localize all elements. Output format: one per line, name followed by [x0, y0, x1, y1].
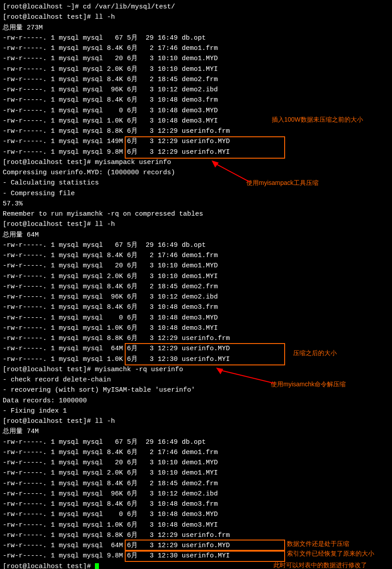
listing3-row-5: -rw-r-----. 1 mysql mysql 96K 6月 3 10:12…: [3, 489, 389, 499]
listing1-row-9: -rw-r-----. 1 mysql mysql 8.8K 6月 3 12:2…: [3, 126, 389, 136]
listing2-row-0: -rw-r-----. 1 mysql mysql 67 5月 29 16:49…: [3, 240, 389, 250]
listing3-row-8: -rw-r-----. 1 mysql mysql 1.0K 6月 3 10:4…: [3, 520, 389, 530]
listing2-row-9: -rw-r-----. 1 mysql mysql 8.8K 6月 3 12:2…: [3, 333, 389, 344]
listing1-row-3: -rw-r-----. 1 mysql mysql 2.0K 6月 3 10:1…: [3, 64, 389, 74]
cmd-cd: [root@localhost ~]# cd /var/lib/mysql/te…: [3, 2, 389, 12]
listing3-row-2: -rw-r-----. 1 mysql mysql 20 6月 3 10:10 …: [3, 458, 389, 468]
pack-output-3: 57.3%: [3, 199, 389, 209]
pack-output-2: - Compressing file: [3, 188, 389, 199]
annotation-after-size: 压缩之后的大小: [293, 348, 337, 358]
annotation-can-modify: 此时可以对表中的数据进行修改了: [274, 561, 367, 569]
pack-output-0: Compressing userinfo.MYD: (1000000 recor…: [3, 168, 389, 178]
listing2-row-4: -rw-r-----. 1 mysql mysql 8.4K 6月 2 18:4…: [3, 282, 389, 292]
annotation-data-still-compressed: 数据文件还是处于压缩: [287, 539, 349, 549]
pack-output-1: - Calculating statistics: [3, 178, 389, 188]
cmd-myisampack: [root@localhost test]# myisampack userin…: [3, 157, 389, 168]
total-line-1: 总用量 273M: [3, 23, 389, 33]
listing1-row-2: -rw-r-----. 1 mysql mysql 20 6月 3 10:10 …: [3, 53, 389, 64]
annotation-before-size: 插入100W数据未压缩之前的大小: [272, 115, 363, 125]
listing2-row-8: -rw-r-----. 1 mysql mysql 1.0K 6月 3 10:4…: [3, 323, 389, 333]
listing1-row-5: -rw-r-----. 1 mysql mysql 96K 6月 3 10:12…: [3, 85, 389, 95]
listing1-row-7: -rw-r-----. 1 mysql mysql 0 6月 3 10:48 d…: [3, 106, 389, 116]
total-line-3: 总用量 74M: [3, 426, 389, 437]
cmd-ll-1: [root@localhost test]# ll -h: [3, 12, 389, 22]
listing3-row-1: -rw-r-----. 1 mysql mysql 8.4K 6月 2 17:4…: [3, 447, 389, 458]
listing1-row-4: -rw-r-----. 1 mysql mysql 8.4K 6月 2 18:4…: [3, 74, 389, 85]
listing3-row-7: -rw-r-----. 1 mysql mysql 0 6月 3 10:48 d…: [3, 509, 389, 520]
cmd-ll-2: [root@localhost test]# ll -h: [3, 219, 389, 229]
chk-output-2: Data records: 1000000: [3, 396, 389, 406]
listing2-row-5: -rw-r-----. 1 mysql mysql 96K 6月 3 10:12…: [3, 292, 389, 302]
pack-output-4: Remember to run myisamchk -rq on compres…: [3, 209, 389, 219]
listing1-row-0: -rw-r-----. 1 mysql mysql 67 5月 29 16:49…: [3, 33, 389, 43]
annotation-index-restored: 索引文件已经恢复了原来的大小: [287, 549, 374, 559]
cmd-myisamchk: [root@localhost test]# myisamchk -rq use…: [3, 364, 389, 375]
cursor: [95, 563, 99, 569]
listing1-row-6: -rw-r-----. 1 mysql mysql 8.4K 6月 3 10:4…: [3, 95, 389, 105]
listing2-row-1: -rw-r-----. 1 mysql mysql 8.4K 6月 2 17:4…: [3, 250, 389, 261]
listing2-row-3: -rw-r-----. 1 mysql mysql 2.0K 6月 3 10:1…: [3, 271, 389, 282]
listing3-row-0: -rw-r-----. 1 mysql mysql 67 5月 29 16:49…: [3, 437, 389, 447]
listing3-row-4: -rw-r-----. 1 mysql mysql 8.4K 6月 2 18:4…: [3, 479, 389, 489]
chk-output-3: - Fixing index 1: [3, 406, 389, 416]
listing3-row-3: -rw-r-----. 1 mysql mysql 2.0K 6月 3 10:1…: [3, 468, 389, 478]
listing1-row-1: -rw-r-----. 1 mysql mysql 8.4K 6月 2 17:4…: [3, 43, 389, 53]
listing1-row-10: -rw-r-----. 1 mysql mysql 149M 6月 3 12:2…: [3, 136, 389, 147]
listing2-row-2: -rw-r-----. 1 mysql mysql 20 6月 3 10:10 …: [3, 261, 389, 271]
terminal[interactable]: [root@localhost ~]# cd /var/lib/mysql/te…: [3, 2, 389, 569]
listing2-row-7: -rw-r-----. 1 mysql mysql 0 6月 3 10:48 d…: [3, 313, 389, 323]
listing1-row-11: -rw-r-----. 1 mysql mysql 9.8M 6月 3 12:2…: [3, 147, 389, 157]
listing2-row-6: -rw-r-----. 1 mysql mysql 8.4K 6月 3 10:4…: [3, 302, 389, 312]
listing3-row-6: -rw-r-----. 1 mysql mysql 8.4K 6月 3 10:4…: [3, 499, 389, 509]
cmd-ll-3: [root@localhost test]# ll -h: [3, 416, 389, 426]
annotation-myisampack: 使用myisampack工具压缩: [246, 178, 318, 188]
total-line-2: 总用量 64M: [3, 230, 389, 240]
annotation-myisamchk: 使用myisamchk命令解压缩: [271, 380, 346, 389]
